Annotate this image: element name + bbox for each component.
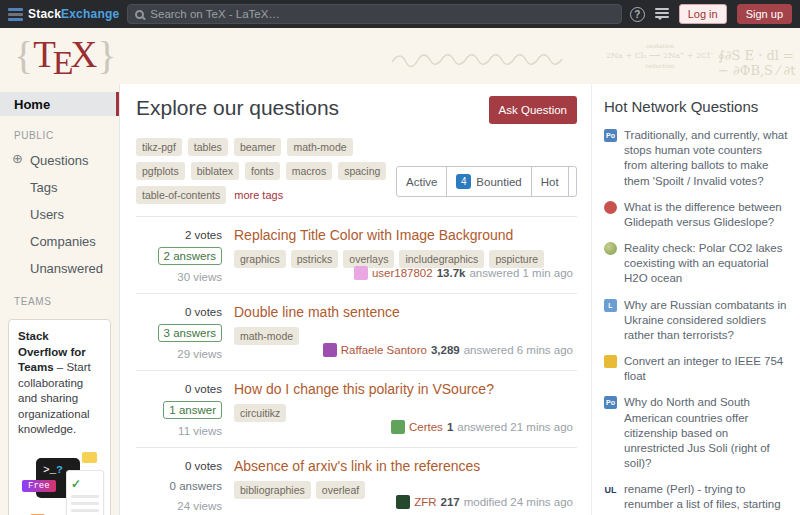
tag[interactable]: biblatex	[191, 162, 239, 180]
tag[interactable]: tables	[188, 138, 228, 156]
sidebar-item-questions[interactable]: ⊕ Questions	[0, 147, 119, 174]
avatar[interactable]	[354, 266, 368, 280]
checklist-icon: ✓	[66, 470, 104, 515]
tab-active[interactable]: Active	[397, 167, 447, 196]
hot-question-text[interactable]: rename (Perl) - trying to renumber a lis…	[624, 482, 788, 515]
hot-question[interactable]: L Why are Russian combatants in Ukraine …	[604, 298, 788, 344]
tag[interactable]: macros	[286, 162, 332, 180]
sidebar-section-teams: TEAMS	[0, 282, 119, 313]
tab-hot[interactable]: Hot	[532, 167, 569, 196]
help-icon[interactable]: ?	[630, 7, 645, 22]
hot-question[interactable]: Po Traditionally, and currently, what st…	[604, 128, 788, 189]
vote-count: 0 votes	[185, 460, 222, 472]
tex-site-logo[interactable]: {TEX}	[14, 32, 117, 79]
question-activity: user187802 13.7k answered 1 min ago	[354, 266, 573, 280]
user-link[interactable]: Raffaele Santoro	[341, 344, 427, 356]
answer-count: 0 answers	[170, 478, 222, 494]
site-icon: Po	[604, 129, 617, 142]
user-reputation: 217	[441, 496, 460, 508]
user-reputation: 3,289	[431, 344, 460, 356]
avatar[interactable]	[396, 495, 410, 509]
activity-time: answered 1 min ago	[469, 267, 573, 279]
question-title-link[interactable]: How do I change this polarity in VSource…	[234, 381, 494, 397]
hot-question-text[interactable]: Why do North and South American countrie…	[624, 395, 788, 471]
page-title: Explore our questions	[136, 96, 339, 120]
hot-question[interactable]: Po Why do North and South American count…	[604, 395, 788, 471]
vote-count: 0 votes	[185, 306, 222, 318]
hot-network-title: Hot Network Questions	[604, 98, 788, 115]
question-activity: Certes 1 answered 21 mins ago	[391, 420, 573, 434]
user-link[interactable]: user187802	[372, 267, 433, 279]
tag[interactable]: math-mode	[234, 327, 299, 345]
login-button[interactable]: Log in	[679, 4, 727, 24]
site-icon	[604, 355, 617, 368]
hot-network-questions: Hot Network Questions Po Traditionally, …	[591, 84, 800, 515]
question-title-link[interactable]: Replacing Title Color with Image Backgro…	[234, 227, 544, 243]
hot-question[interactable]: Convert an integer to IEEE 754 float	[604, 354, 788, 384]
main-content: Explore our questions Ask Question tikz-…	[120, 84, 591, 515]
tag[interactable]: pgfplots	[136, 162, 185, 180]
tag[interactable]: tikz-pgf	[136, 138, 182, 156]
hot-question[interactable]: UL rename (Perl) - trying to renumber a …	[604, 482, 788, 515]
question-row: 0 votes 0 answers 24 views Absence of ar…	[136, 447, 577, 515]
stackexchange-logo[interactable]: StackExchange	[8, 7, 119, 21]
sidebar-item-users[interactable]: Users	[0, 201, 119, 228]
user-link[interactable]: ZFR	[414, 496, 436, 508]
tag[interactable]: pstricks	[291, 250, 339, 268]
answer-count: 1 answer	[163, 401, 222, 419]
search-input[interactable]	[150, 8, 613, 20]
sidebar-item-companies[interactable]: Companies	[0, 228, 119, 255]
search-box[interactable]	[127, 4, 621, 24]
sidebar-item-home[interactable]: Home	[0, 92, 119, 116]
vote-count: 0 votes	[185, 383, 222, 395]
tag[interactable]: table-of-contents	[136, 186, 226, 204]
sidebar-item-unanswered[interactable]: Unanswered	[0, 255, 119, 282]
hot-question[interactable]: Reality check: Polar CO2 lakes coexistin…	[604, 241, 788, 287]
site-icon: UL	[604, 483, 617, 496]
hot-question-text[interactable]: What is the difference between Glidepath…	[624, 200, 788, 230]
tag[interactable]: bibliographies	[234, 481, 311, 499]
site-switcher-icon[interactable]	[655, 8, 669, 20]
hot-question-text[interactable]: Why are Russian combatants in Ukraine co…	[624, 298, 788, 344]
question-title-link[interactable]: Double line math sentence	[234, 304, 400, 320]
tab-bountied[interactable]: 4Bountied	[447, 167, 531, 196]
question-title-link[interactable]: Absence of arxiv's link in the reference…	[234, 458, 480, 474]
activity-time: answered 6 mins ago	[464, 344, 573, 356]
question-row: 2 votes 2 answers 30 views Replacing Tit…	[136, 216, 577, 293]
tag[interactable]: beamer	[234, 138, 282, 156]
sidebar-item-tags[interactable]: Tags	[0, 174, 119, 201]
tag[interactable]: spacing	[338, 162, 386, 180]
sidebar-section-public: PUBLIC	[0, 116, 119, 147]
signup-button[interactable]: Sign up	[737, 4, 792, 24]
site-header: {TEX} oxidation 2Na + Cl₂ ⟶ 2Na⁺ + 2Cl⁻ …	[0, 28, 800, 84]
site-icon	[604, 242, 617, 255]
tag[interactable]: circuitikz	[234, 404, 286, 422]
hot-question-text[interactable]: Reality check: Polar CO2 lakes coexistin…	[624, 241, 788, 287]
vote-count: 2 votes	[185, 229, 222, 241]
hot-question[interactable]: What is the difference between Glidepath…	[604, 200, 788, 230]
user-reputation: 13.7k	[437, 267, 466, 279]
search-icon	[135, 10, 144, 19]
tab-week[interactable]: Week	[569, 167, 577, 196]
hot-question-text[interactable]: Traditionally, and currently, what stops…	[624, 128, 788, 189]
ask-question-button[interactable]: Ask Question	[489, 96, 577, 124]
physics-formula-decoration: ∮∂S E · dl = − ∂ΦB,S ⁄ ∂t	[718, 48, 800, 78]
logo-text-stack: Stack	[28, 7, 61, 21]
avatar[interactable]	[391, 420, 405, 434]
user-link[interactable]: Certes	[409, 421, 443, 433]
hot-question-text[interactable]: Convert an integer to IEEE 754 float	[624, 354, 788, 384]
more-tags-link[interactable]: more tags	[232, 186, 285, 204]
avatar[interactable]	[323, 343, 337, 357]
activity-time: answered 21 mins ago	[457, 421, 573, 433]
tag[interactable]: fonts	[245, 162, 280, 180]
question-row: 0 votes 1 answer 11 views How do I chang…	[136, 370, 577, 447]
tag[interactable]: graphics	[234, 250, 286, 268]
tag[interactable]: overleaf	[316, 481, 365, 499]
question-filter-tabs: Active 4Bountied Hot Week Month	[396, 166, 577, 197]
view-count: 24 views	[177, 500, 222, 512]
teams-illustration: >_? ✓ Free	[18, 448, 101, 515]
tag[interactable]: math-mode	[287, 138, 352, 156]
free-badge: Free	[22, 480, 56, 492]
view-count: 30 views	[177, 271, 222, 283]
user-reputation: 1	[447, 421, 453, 433]
